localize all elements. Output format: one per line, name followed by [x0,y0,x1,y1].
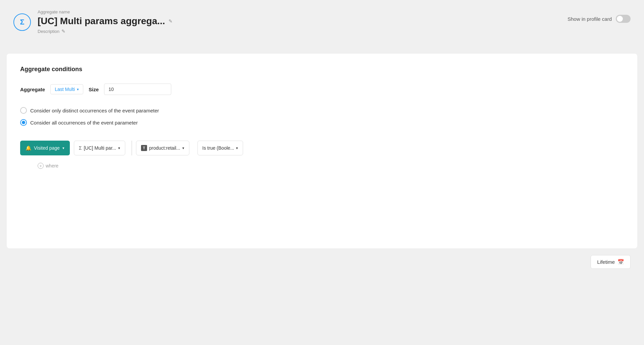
description-row: Description ✎ [38,29,173,34]
size-input[interactable] [104,84,171,95]
size-field-label: Size [89,87,99,92]
radio-option-all[interactable]: Consider all occurrences of the event pa… [20,119,624,126]
visited-page-button[interactable]: 🔔 Visited page ▾ [20,141,70,155]
bell-icon: 🔔 [26,145,31,151]
radio-circle-distinct [20,107,27,114]
edit-description-icon[interactable]: ✎ [61,29,65,34]
radio-group: Consider only distinct occurrences of th… [20,107,624,126]
aggregate-param-value: [UC] Multi par... [84,145,116,151]
lifetime-label: Lifetime [597,259,615,265]
aggregate-title: [UC] Multi params aggrega... [38,16,165,27]
show-in-profile-label: Show in profile card [567,16,612,22]
radio-circle-all [20,119,27,126]
condition-row: 🔔 Visited page ▾ Σ [UC] Multi par... ▾ [20,141,624,155]
footer: Lifetime 📅 [0,248,644,276]
radio-option-distinct[interactable]: Consider only distinct occurrences of th… [20,107,624,114]
where-label: where [46,163,58,168]
aggregate-row: Aggregate Last Multi ▾ Size [20,84,624,95]
main-card: Aggregate conditions Aggregate Last Mult… [7,54,637,248]
t-type-icon: T [141,145,147,151]
aggregate-type-value: Last Multi [55,87,75,92]
header-left: Σ Aggregate name [UC] Multi params aggre… [13,9,173,34]
radio-label-all: Consider all occurrences of the event pa… [30,120,138,126]
aggregate-field-label: Aggregate [20,87,45,92]
header: Σ Aggregate name [UC] Multi params aggre… [0,0,644,54]
is-true-chevron: ▾ [236,146,238,150]
aggregate-type-dropdown[interactable]: Last Multi ▾ [50,84,83,94]
description-label: Description [38,29,59,34]
aggregate-title-row: [UC] Multi params aggrega... ✎ [38,16,173,27]
calendar-icon: 📅 [617,259,624,265]
aggregate-param-dropdown[interactable]: Σ [UC] Multi par... ▾ [74,141,125,155]
visited-page-label: Visited page [34,145,60,151]
where-button[interactable]: + where [34,159,624,172]
product-param-chevron: ▾ [182,146,184,150]
aggregate-param-chevron: ▾ [118,146,120,150]
aggregate-name-label: Aggregate name [38,9,173,14]
is-true-dropdown[interactable]: Is true (Boole... ▾ [197,141,243,155]
visited-page-chevron: ▾ [62,146,64,150]
section-title: Aggregate conditions [20,66,624,73]
is-true-value: Is true (Boole... [202,145,234,151]
aggregate-type-chevron: ▾ [77,87,79,92]
aggregate-icon: Σ [13,13,31,31]
header-info: Aggregate name [UC] Multi params aggrega… [38,9,173,34]
sigma-icon: Σ [79,145,82,151]
toggle-slider [616,15,631,23]
header-right: Show in profile card [567,15,631,23]
show-in-profile-toggle[interactable] [616,15,631,23]
product-param-dropdown[interactable]: T product:retail... ▾ [136,141,189,155]
radio-label-distinct: Consider only distinct occurrences of th… [30,108,159,113]
edit-title-icon[interactable]: ✎ [169,18,173,24]
lifetime-button[interactable]: Lifetime 📅 [591,255,631,269]
product-param-value: product:retail... [149,145,180,151]
plus-circle-icon: + [38,163,44,169]
